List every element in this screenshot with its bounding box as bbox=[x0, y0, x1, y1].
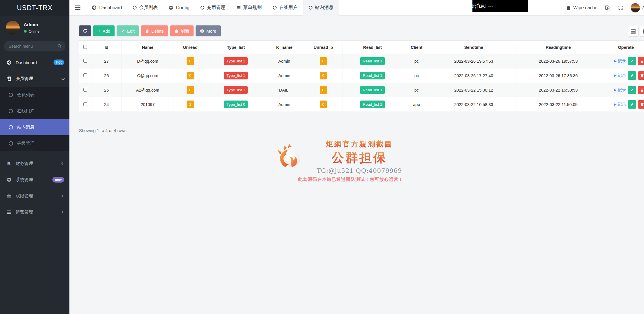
record-link[interactable]: ▶记录 bbox=[614, 58, 626, 64]
hot-badge: hot bbox=[54, 60, 64, 65]
sidebar-item-site-messages[interactable]: 站内消息 bbox=[0, 119, 69, 135]
table-row[interactable]: 25 A2@qq.com 0 Type_list 1 DAILI 0 Read_… bbox=[79, 83, 644, 97]
more-label: More bbox=[206, 29, 216, 34]
tab-online-users[interactable]: 在线用户 bbox=[267, 0, 303, 16]
tab-member-list[interactable]: 会员列表 bbox=[127, 0, 163, 16]
edit-button[interactable]: Edit bbox=[117, 25, 139, 36]
tab-config[interactable]: Config bbox=[163, 0, 195, 16]
flush-label: 刷新 bbox=[181, 28, 189, 34]
columns-button[interactable] bbox=[640, 26, 644, 37]
row-checkbox[interactable] bbox=[83, 102, 87, 106]
tab-menu-rules[interactable]: 菜单规则 bbox=[231, 0, 267, 16]
wipe-cache-button[interactable]: Wipe cache bbox=[566, 5, 597, 10]
trash-icon bbox=[640, 88, 644, 92]
header-client[interactable]: Client bbox=[402, 41, 431, 54]
pencil-icon bbox=[630, 103, 634, 106]
more-button[interactable]: More bbox=[196, 25, 220, 36]
search-icon[interactable] bbox=[57, 44, 62, 49]
sidebar-item-finance-mgmt[interactable]: ฿ 财务管理 bbox=[0, 155, 69, 172]
circle-icon bbox=[309, 6, 312, 10]
row-delete-button[interactable] bbox=[638, 71, 644, 80]
add-button[interactable]: + Add bbox=[93, 25, 115, 36]
pagination-info: Showing 1 to 4 of 4 rows bbox=[79, 128, 126, 133]
sidebar-item-label: 运营管理 bbox=[16, 209, 58, 215]
play-icon: ▶ bbox=[614, 74, 617, 77]
sidebar-item-auth-mgmt[interactable]: 权限管理 bbox=[0, 188, 69, 204]
trash-icon bbox=[566, 5, 571, 10]
sidebar-item-label: 会员列表 bbox=[17, 92, 64, 98]
row-edit-button[interactable] bbox=[628, 100, 636, 109]
translate-icon[interactable]: A bbox=[605, 5, 610, 11]
read-list-badge: Read_list 1 bbox=[360, 86, 385, 94]
row-edit-button[interactable] bbox=[628, 86, 636, 94]
record-link[interactable]: ▶记录 bbox=[614, 87, 626, 93]
hamburger-icon[interactable] bbox=[75, 5, 80, 11]
sidebar-item-online-users[interactable]: 在线用户 bbox=[0, 103, 69, 119]
row-checkbox[interactable] bbox=[83, 73, 87, 77]
header-id[interactable]: Id bbox=[91, 41, 122, 54]
sidebar-item-level-mgmt[interactable]: 等级管理 bbox=[0, 135, 69, 151]
header-read-list[interactable]: Read_list bbox=[343, 41, 402, 54]
cell-client: pc bbox=[402, 83, 431, 97]
cell-k-name: Admin bbox=[265, 97, 304, 112]
header-unread-p[interactable]: Unread_p bbox=[304, 41, 343, 54]
header-name[interactable]: Name bbox=[122, 41, 174, 54]
read-list-badge: Read_list 1 bbox=[360, 101, 385, 108]
avatar bbox=[631, 3, 640, 12]
table-row[interactable]: 26 C@qq.com 0 Type_list 1 Admin 0 Read_l… bbox=[79, 68, 644, 83]
refresh-button[interactable] bbox=[79, 25, 91, 36]
trash-icon bbox=[640, 103, 644, 107]
sidebar-item-member-list[interactable]: 会员列表 bbox=[0, 87, 69, 103]
list-icon bbox=[6, 210, 12, 215]
search-input[interactable] bbox=[4, 41, 65, 51]
gear-icon bbox=[200, 29, 204, 33]
table-row[interactable]: 27 D@qq.com 0 Type_list 1 Admin 0 Read_l… bbox=[79, 54, 644, 68]
row-delete-button[interactable] bbox=[638, 100, 644, 109]
header-sendtime[interactable]: Sendtime bbox=[431, 41, 516, 54]
card-view-button[interactable] bbox=[628, 26, 639, 37]
header-operate[interactable]: Operate bbox=[600, 41, 644, 54]
tab-label: 站内消息 bbox=[315, 5, 334, 11]
flush-button[interactable]: 刷新 bbox=[170, 25, 194, 36]
row-checkbox[interactable] bbox=[83, 59, 87, 63]
sidebar-item-label: 财务管理 bbox=[16, 161, 58, 166]
fullscreen-icon[interactable] bbox=[618, 5, 623, 10]
cell-k-name: Admin bbox=[265, 54, 304, 68]
sidebar-item-dashboard[interactable]: Dashboard hot bbox=[0, 54, 69, 70]
table-row[interactable]: 24 201097 1 Type_list 0 Admin 0 Read_lis… bbox=[79, 97, 644, 112]
avatar[interactable] bbox=[6, 21, 20, 35]
header-unread[interactable]: Unread bbox=[174, 41, 207, 54]
member-submenu: 会员列表 在线用户 站内消息 等级管理 bbox=[0, 87, 69, 151]
row-checkbox[interactable] bbox=[83, 88, 87, 92]
sidebar-item-member-mgmt[interactable]: 会员管理 bbox=[0, 70, 69, 87]
sidebar-item-operation-mgmt[interactable]: 运营管理 bbox=[0, 204, 69, 220]
header-type-list[interactable]: Type_list bbox=[207, 41, 265, 54]
navbar-user[interactable]: Admin bbox=[631, 3, 644, 12]
tab-dashboard[interactable]: Dashboard bbox=[86, 0, 127, 16]
header-readingtime[interactable]: Readingtime bbox=[516, 41, 600, 54]
type-list-badge: Type_list 1 bbox=[224, 57, 248, 65]
unread-p-badge: 0 bbox=[320, 57, 327, 65]
messages-table: Id Name Unread Type_list K_name Unread_p… bbox=[79, 40, 644, 112]
row-delete-button[interactable] bbox=[638, 86, 644, 94]
tab-site-messages[interactable]: 站内消息 bbox=[303, 0, 339, 16]
record-link[interactable]: ▶记录 bbox=[614, 102, 626, 107]
row-delete-button[interactable] bbox=[638, 57, 644, 65]
sidebar-item-system-mgmt[interactable]: 系统管理 new bbox=[0, 172, 69, 188]
row-edit-button[interactable] bbox=[628, 57, 636, 65]
record-link[interactable]: ▶记录 bbox=[614, 73, 626, 78]
tab-recharge-mgmt[interactable]: 充币管理 bbox=[195, 0, 231, 16]
new-badge: new bbox=[52, 177, 64, 183]
header-k-name[interactable]: K_name bbox=[265, 41, 304, 54]
cell-readingtime: 2022-03-26 19:57:53 bbox=[516, 54, 600, 68]
circle-icon bbox=[9, 109, 13, 113]
select-all-checkbox[interactable] bbox=[83, 45, 87, 49]
sidebar-item-label: 在线用户 bbox=[17, 108, 64, 114]
row-edit-button[interactable] bbox=[628, 71, 636, 80]
dashboard-icon bbox=[6, 60, 12, 65]
delete-button[interactable]: Delete bbox=[141, 25, 168, 36]
unread-p-badge: 0 bbox=[320, 101, 327, 108]
cell-client: app bbox=[402, 97, 431, 112]
user-name: Admin bbox=[24, 22, 40, 27]
chevron-left-icon bbox=[61, 162, 65, 165]
